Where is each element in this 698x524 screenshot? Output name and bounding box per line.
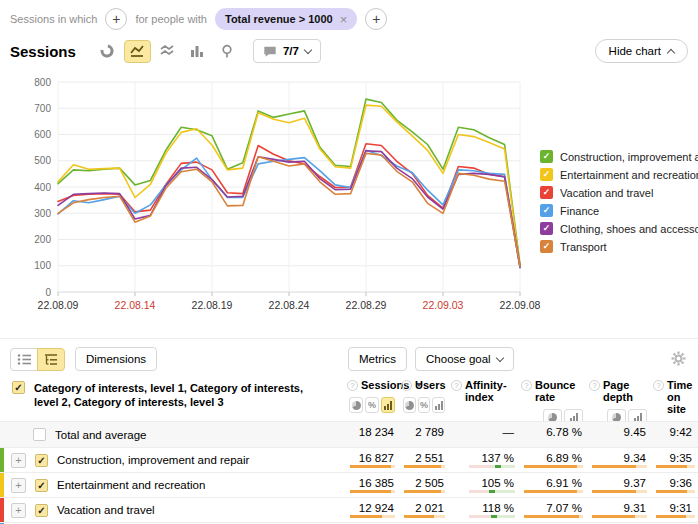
- cell-3-2: 118 %: [448, 498, 518, 522]
- help-icon[interactable]: ?: [653, 380, 664, 391]
- cell-value: 18 234: [359, 426, 394, 438]
- segments-visible-button[interactable]: 7/7: [253, 39, 321, 63]
- legend-checkbox[interactable]: ✓: [540, 222, 553, 235]
- table-toolbar: Dimensions Metrics Choose goal: [10, 347, 688, 371]
- sessions-in-which-label: Sessions in which: [10, 13, 97, 25]
- cell-value: 118 %: [482, 502, 514, 514]
- chart-header: Sessions: [10, 38, 688, 64]
- value-bar: [524, 465, 583, 468]
- tree-view-button[interactable]: [37, 348, 65, 371]
- svg-text:22.08.19: 22.08.19: [192, 299, 233, 311]
- row-checkbox[interactable]: ✓: [35, 479, 48, 492]
- row-label[interactable]: Vacation and travel: [57, 504, 155, 516]
- legend-item-4[interactable]: ✓Clothing, shoes and accessories: [540, 222, 698, 235]
- dimensions-button[interactable]: Dimensions: [75, 347, 157, 371]
- value-bar: [404, 490, 445, 493]
- hide-chart-button[interactable]: Hide chart: [595, 39, 688, 63]
- cell-3-4: 9.31: [586, 498, 650, 522]
- bars-icon: [384, 401, 392, 410]
- chart-type-pie-button[interactable]: [94, 40, 121, 63]
- value-bar: [524, 490, 583, 493]
- chart-type-map-button[interactable]: [214, 40, 241, 63]
- svg-text:22.09.08: 22.09.08: [500, 299, 541, 311]
- cell-value: 2 021: [415, 502, 444, 514]
- legend-checkbox[interactable]: ✓: [540, 204, 553, 217]
- expand-row-button[interactable]: +: [11, 478, 26, 493]
- page-title: Sessions: [10, 43, 76, 60]
- help-icon[interactable]: ?: [521, 380, 532, 391]
- legend-item-0[interactable]: ✓Construction, improvement and repair: [540, 150, 698, 163]
- help-icon[interactable]: ?: [451, 380, 462, 391]
- svg-text:22.08.29: 22.08.29: [346, 299, 387, 311]
- cell-value: 16 827: [359, 452, 394, 464]
- legend-item-5[interactable]: ✓Transport: [540, 240, 698, 253]
- legend-checkbox[interactable]: ✓: [540, 168, 553, 181]
- help-icon[interactable]: ?: [347, 380, 358, 391]
- filter-chip-label: Total revenue > 1000: [225, 13, 333, 25]
- row-checkbox[interactable]: [33, 428, 46, 441]
- metric-view-percent-button[interactable]: %: [418, 397, 431, 413]
- metrics-label: Metrics: [359, 353, 396, 365]
- metric-view-bars-button[interactable]: [381, 397, 395, 413]
- value-bar: [404, 515, 445, 518]
- bars-icon: [435, 401, 443, 410]
- add-session-condition-button[interactable]: +: [105, 8, 127, 30]
- svg-text:300: 300: [34, 208, 51, 219]
- legend-checkbox[interactable]: ✓: [540, 150, 553, 163]
- tree-icon: [44, 353, 59, 366]
- row-checkbox[interactable]: ✓: [35, 454, 48, 467]
- help-icon[interactable]: ?: [589, 380, 600, 391]
- close-icon[interactable]: ×: [340, 13, 348, 26]
- column-label: Bounce rate: [535, 379, 586, 403]
- help-icon[interactable]: ?: [401, 380, 412, 391]
- cell-value: 6.89 %: [546, 452, 582, 464]
- chart-type-stacked-button[interactable]: [154, 40, 181, 63]
- legend-item-2[interactable]: ✓Vacation and travel: [540, 186, 698, 199]
- chart-type-columns-button[interactable]: [184, 40, 211, 63]
- cell-value: 9.31: [624, 502, 646, 514]
- expand-row-button[interactable]: +: [11, 503, 26, 518]
- metric-view-pie-button[interactable]: [403, 397, 416, 413]
- cell-0-0: 18 234: [344, 422, 398, 447]
- row-checkbox[interactable]: ✓: [35, 504, 48, 517]
- cell-value: 12 924: [359, 502, 394, 514]
- add-user-condition-button[interactable]: +: [365, 8, 387, 30]
- series-color-stripe: [0, 448, 4, 472]
- table-row-3: +✓Vacation and travel12 9242 021118 %7.0…: [0, 497, 698, 522]
- filter-chip-total-revenue[interactable]: Total revenue > 1000 ×: [215, 8, 357, 30]
- metrics-button[interactable]: Metrics: [348, 347, 407, 371]
- for-people-with-label: for people with: [135, 13, 207, 25]
- legend-item-3[interactable]: ✓Finance: [540, 204, 698, 217]
- chart-legend: ✓Construction, improvement and repair✓En…: [540, 150, 698, 258]
- cell-0-1: 2 789: [398, 422, 448, 447]
- table-settings-button[interactable]: [671, 351, 686, 370]
- row-label[interactable]: Entertainment and recreation: [57, 479, 205, 491]
- chart-type-line-button[interactable]: [124, 40, 151, 63]
- cell-value: 9.37: [624, 477, 646, 489]
- dimension-checkbox[interactable]: ✓: [12, 381, 25, 394]
- legend-checkbox[interactable]: ✓: [540, 240, 553, 253]
- choose-goal-label: Choose goal: [426, 353, 491, 365]
- value-bar: [592, 515, 647, 518]
- cell-3-0: 12 924: [344, 498, 398, 522]
- metric-view-bars-button[interactable]: [432, 397, 445, 413]
- metric-view-pie-button[interactable]: [349, 397, 363, 413]
- sessions-line-chart: 010020030040050060070080022.08.0922.08.1…: [26, 72, 546, 312]
- cell-1-3: 6.89 %: [518, 448, 586, 472]
- cell-3-3: 7.07 %: [518, 498, 586, 522]
- cell-2-1: 2 505: [398, 473, 448, 497]
- choose-goal-button[interactable]: Choose goal: [415, 347, 514, 371]
- metric-view-percent-button[interactable]: %: [365, 397, 379, 413]
- legend-label: Clothing, shoes and accessories: [560, 223, 698, 235]
- value-bar: [656, 490, 695, 493]
- row-label[interactable]: Construction, improvement and repair: [57, 454, 249, 466]
- cell-1-2: 137 %: [448, 448, 518, 472]
- chevron-down-icon: [495, 353, 503, 361]
- expand-row-button[interactable]: +: [11, 453, 26, 468]
- pie-icon: [352, 401, 361, 410]
- value-bar: [592, 465, 647, 468]
- cell-value: —: [503, 426, 515, 438]
- list-view-button[interactable]: [10, 348, 38, 371]
- legend-item-1[interactable]: ✓Entertainment and recreation: [540, 168, 698, 181]
- legend-checkbox[interactable]: ✓: [540, 186, 553, 199]
